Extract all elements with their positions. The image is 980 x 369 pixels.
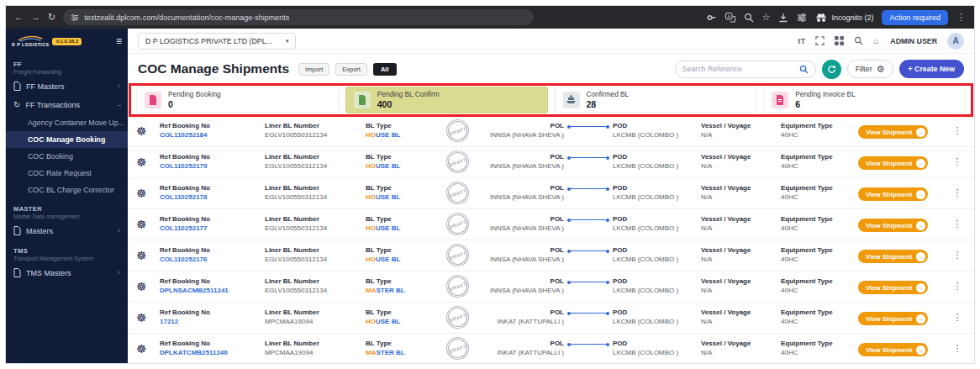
equipment-type-label: Equipment Type (781, 308, 858, 317)
stats-row-region: Pending Booking 0 Pending BL Confirm 400 (128, 84, 974, 116)
route-connector (571, 188, 606, 189)
shipment-row: ☸ Ref Booking No COL110252184 Liner BL N… (128, 116, 974, 147)
view-shipment-button[interactable]: View Shipment → (858, 156, 928, 170)
search-icon[interactable] (854, 36, 863, 45)
ref-booking-label: Ref Booking No (160, 308, 265, 317)
forward-icon[interactable]: → (31, 13, 40, 22)
back-icon[interactable]: ← (14, 13, 24, 22)
route-line (564, 187, 613, 191)
company-selector[interactable]: D P LOGISTICS PRIVATE LTD (DPL... ▾ (138, 33, 296, 50)
stat-card-confirmed-bl[interactable]: Confirmed BL 28 (555, 87, 757, 113)
export-button[interactable]: Export (335, 63, 367, 76)
booking-doc-icon (145, 92, 161, 108)
zoom-icon[interactable] (744, 13, 754, 23)
sidebar-item-masters[interactable]: Masters › (6, 221, 128, 240)
ref-booking-value[interactable]: COL110252179 (160, 162, 265, 171)
row-menu-icon[interactable]: ⋮ (949, 125, 966, 136)
all-filter-badge[interactable]: All (373, 63, 397, 76)
arrow-right-icon: → (916, 190, 925, 199)
view-shipment-button[interactable]: View Shipment → (858, 281, 928, 294)
sidebar-item-coc-bl-charge-corrector[interactable]: COC BL Charge Corrector (6, 182, 128, 198)
ref-booking-value[interactable]: COL110252176 (160, 256, 265, 264)
liner-bl-label: Liner BL Number (265, 277, 366, 286)
avatar[interactable]: A (947, 33, 964, 50)
incognito-badge[interactable]: Incognito (2) (815, 13, 873, 23)
stat-card-pending-bl-confirm[interactable]: Pending BL Confirm 400 (345, 87, 548, 113)
sidebar: D P LOGISTICS V.1.0.38.2 ≡ FF Freight Fo… (6, 29, 128, 363)
action-required-button[interactable]: Action required (882, 10, 948, 25)
row-menu-icon[interactable]: ⋮ (949, 281, 966, 292)
search-reference-input[interactable] (682, 65, 795, 73)
view-shipment-button[interactable]: View Shipment → (858, 125, 928, 139)
search-icon[interactable] (799, 65, 809, 74)
incognito-icon (815, 13, 827, 23)
filter-button[interactable]: Filter ⚙ (847, 60, 893, 78)
equipment-type-value: 40HC (781, 131, 858, 140)
sidebar-item-coc-manage-booking[interactable]: COC Manage Booking (6, 131, 128, 148)
stats-row: Pending Booking 0 Pending BL Confirm 400 (136, 87, 966, 113)
star-icon[interactable]: ☆ (762, 13, 771, 22)
row-menu-icon[interactable]: ⋮ (949, 343, 966, 354)
stat-label: Pending BL Confirm (377, 91, 440, 99)
ref-booking-value[interactable]: 17212 (160, 318, 265, 326)
row-menu-icon[interactable]: ⋮ (949, 187, 966, 198)
download-icon[interactable] (778, 13, 788, 23)
route-dot (606, 281, 609, 284)
pol-value: INKAT (KATTUPALLI ) (498, 318, 564, 326)
row-menu-icon[interactable]: ⋮ (949, 250, 966, 261)
liner-bl-value: EGLV100550312134 (265, 256, 366, 264)
tune-icon[interactable] (797, 13, 807, 23)
refresh-button[interactable] (822, 60, 841, 79)
pod-label: POD (613, 215, 701, 224)
browser-menu-icon[interactable]: ⋮ (956, 13, 966, 22)
sidebar-item-ff-transactions[interactable]: ↻ FF Transactions › (6, 96, 128, 114)
ref-booking-value[interactable]: COL110252177 (160, 224, 265, 233)
sidebar-item-coc-rate-request[interactable]: COC Rate Request (6, 165, 128, 182)
view-shipment-button[interactable]: View Shipment → (858, 343, 928, 356)
import-button[interactable]: Import (298, 63, 329, 76)
apps-grid-icon[interactable] (835, 36, 844, 45)
password-key-icon[interactable] (707, 13, 717, 23)
sidebar-item-agency-container-move-up[interactable]: Agency Container Move Up... (6, 114, 128, 131)
view-shipment-button[interactable]: View Shipment → (858, 187, 928, 201)
stat-card-pending-booking[interactable]: Pending Booking 0 (136, 87, 339, 113)
draft-stamp: DRAFT (443, 148, 472, 177)
fullscreen-icon[interactable] (815, 36, 825, 45)
address-bar[interactable]: testzealit.dplcom.com/documentation/coc-… (63, 9, 534, 25)
row-menu-icon[interactable]: ⋮ (949, 219, 966, 229)
reload-icon[interactable]: ↻ (48, 13, 55, 22)
sidebar-item-ff-masters[interactable]: FF Masters › (6, 76, 128, 96)
sidebar-item-tms-masters[interactable]: TMS Masters › (6, 263, 128, 282)
ref-booking-value[interactable]: COL110252184 (160, 131, 265, 140)
sidebar-toggle-icon[interactable]: ≡ (116, 35, 122, 47)
document-icon (13, 226, 21, 235)
ref-booking-value[interactable]: DPLKATCMB2511240 (160, 349, 265, 357)
row-menu-icon[interactable]: ⋮ (949, 312, 966, 323)
liner-bl-value: EGLV100550312134 (265, 287, 366, 295)
dpl-logo[interactable]: D P LOGISTICS (12, 35, 49, 47)
main-content: D P LOGISTICS PRIVATE LTD (DPL... ▾ tT ⌂… (128, 29, 974, 363)
create-new-button[interactable]: + Create New (899, 60, 965, 78)
font-size-icon[interactable]: tT (798, 37, 805, 45)
route-dot (606, 219, 609, 222)
bl-type-value: HOUSE BL (366, 256, 438, 264)
site-info-icon[interactable] (71, 13, 79, 22)
pol-label: POL (551, 215, 564, 224)
search-reference-field[interactable] (675, 61, 816, 78)
home-icon[interactable]: ⌂ (873, 37, 878, 45)
sidebar-item-coc-booking[interactable]: COC Booking (6, 148, 128, 165)
view-shipment-button[interactable]: View Shipment → (858, 312, 928, 325)
ref-booking-value[interactable]: DPLNSACMB2511241 (160, 287, 265, 295)
translate-icon[interactable]: A (725, 13, 735, 23)
stat-card-pending-invoice-bl[interactable]: Pending Invoice BL 6 (763, 87, 966, 113)
ref-booking-label: Ref Booking No (160, 153, 265, 161)
bl-type-label: BL Type (366, 340, 438, 348)
incognito-label: Incognito (2) (831, 13, 873, 22)
view-shipment-button[interactable]: View Shipment → (858, 219, 928, 232)
equipment-type-value: 40HC (781, 318, 858, 326)
vessel-voyage-label: Vessel / Voyage (701, 122, 781, 130)
row-menu-icon[interactable]: ⋮ (949, 156, 966, 167)
liner-bl-value: EGLV100550312134 (265, 131, 366, 140)
ref-booking-value[interactable]: COL110252178 (160, 193, 265, 202)
view-shipment-button[interactable]: View Shipment → (858, 250, 928, 263)
